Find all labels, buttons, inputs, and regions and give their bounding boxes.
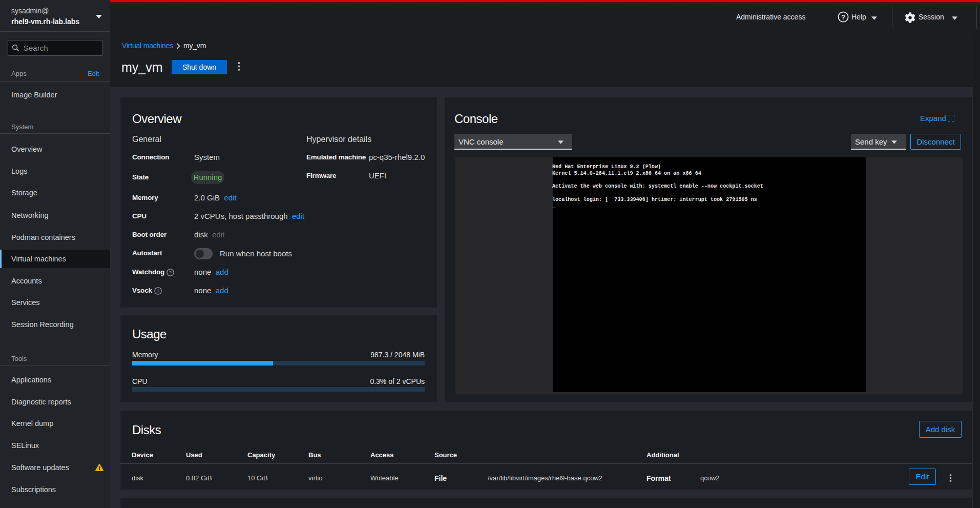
- svg-text:?: ?: [841, 13, 845, 21]
- svg-text:?: ?: [157, 288, 159, 294]
- svg-text:?: ?: [169, 270, 172, 275]
